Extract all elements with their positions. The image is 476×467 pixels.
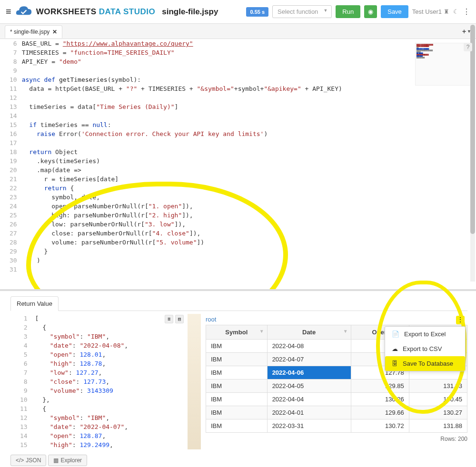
breadcrumb[interactable]: root bbox=[206, 314, 467, 325]
row-count-label: Rows: 200 bbox=[206, 433, 467, 442]
code-content[interactable]: BASE_URL = "https://www.alphavantage.co/… bbox=[22, 39, 476, 274]
hamburger-icon[interactable]: ≡ bbox=[6, 6, 11, 17]
run-scheduled-button[interactable]: ◉ bbox=[364, 5, 377, 18]
current-filename: single-file.jspy bbox=[162, 7, 218, 17]
function-select[interactable]: Select function bbox=[272, 5, 332, 18]
json-minimap[interactable] bbox=[188, 314, 201, 449]
table-context-menu: 📄Export to Excel ☁Export to CSV 🗄Save To… bbox=[385, 326, 466, 371]
brand-label: WORKSHEETS DATA STUDIO bbox=[36, 7, 156, 17]
user-label[interactable]: Test User1♜ bbox=[412, 8, 449, 15]
help-icon[interactable]: ? bbox=[464, 43, 472, 51]
database-icon: 🗄 bbox=[392, 360, 398, 367]
app-logo-icon bbox=[15, 5, 32, 19]
app-header: ≡ WORKSHEETS DATA STUDIO single-file.jsp… bbox=[0, 0, 476, 24]
exec-time-badge: 0.55 s bbox=[246, 7, 268, 17]
export-csv-item[interactable]: ☁Export to CSV bbox=[385, 341, 465, 356]
table-row[interactable]: IBM2022-04-04130.26130.45 bbox=[206, 393, 467, 406]
more-menu-icon[interactable]: ⋮ bbox=[463, 7, 470, 16]
save-button[interactable]: Save bbox=[381, 5, 408, 18]
excel-icon: 📄 bbox=[392, 331, 399, 338]
return-value-panel: Return Value ≣ ▤ 123456789101112131415 [… bbox=[0, 291, 476, 467]
format-icon[interactable]: ▤ bbox=[175, 315, 184, 323]
theme-toggle-icon[interactable]: ☾ bbox=[453, 8, 459, 15]
code-editor[interactable]: ? ████ ████████████ ████ ████████ ██ ███… bbox=[0, 39, 476, 291]
return-value-tab[interactable]: Return Value bbox=[10, 296, 59, 311]
close-icon[interactable]: ✕ bbox=[52, 29, 57, 35]
grid-icon: ▦ bbox=[53, 457, 59, 464]
json-viewer[interactable]: ≣ ▤ 123456789101112131415 [ { "symbol": … bbox=[10, 314, 201, 457]
tab-label: * single-file.jspy bbox=[10, 29, 50, 35]
table-row[interactable]: IBM2022-04-01129.66130.27 bbox=[206, 406, 467, 419]
export-excel-item[interactable]: 📄Export to Excel bbox=[385, 327, 465, 341]
code-icon: </> bbox=[16, 457, 24, 464]
save-database-item[interactable]: 🗄Save To Database bbox=[385, 356, 465, 371]
file-tabs: * single-file.jspy ✕ + ▼ bbox=[0, 24, 476, 39]
run-button[interactable]: Run bbox=[336, 5, 360, 18]
table-row[interactable]: IBM2022-03-31130.72131.88 bbox=[206, 419, 467, 433]
table-menu-icon[interactable]: ⋮ bbox=[456, 316, 465, 324]
file-tab-active[interactable]: * single-file.jspy ✕ bbox=[5, 25, 62, 38]
scrollbar[interactable] bbox=[470, 25, 475, 282]
user-icon: ♜ bbox=[444, 8, 449, 15]
cloud-icon: ☁ bbox=[392, 345, 398, 352]
wrap-icon[interactable]: ≣ bbox=[165, 315, 173, 323]
line-gutter: 6789101112131415161718192021222324252627… bbox=[0, 39, 22, 274]
data-table-pane: root ⋮ 📄Export to Excel ☁Export to CSV 🗄… bbox=[206, 314, 467, 457]
table-row[interactable]: IBM2022-04-05129.85131.23 bbox=[206, 379, 467, 393]
